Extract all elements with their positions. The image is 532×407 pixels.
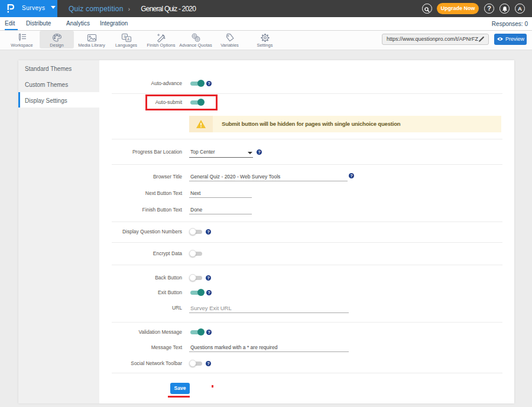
svg-text:a: a [124,34,126,38]
svg-text:A: A [127,37,130,41]
